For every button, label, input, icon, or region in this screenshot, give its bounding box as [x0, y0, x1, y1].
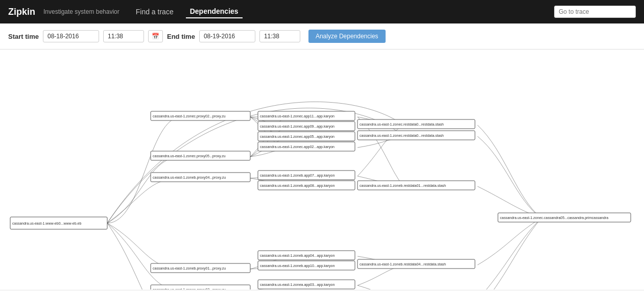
node-proxy02: cassandra.us-east-1.zonec.proxy05...prox… [151, 151, 250, 160]
edge-rest02-cass [478, 136, 541, 218]
find-trace-link[interactable]: Find a trace [132, 6, 178, 18]
node-app01: cassandra.us-east-1.zonec.app11...app.ka… [258, 111, 355, 120]
edge-web-proxy06 [107, 223, 181, 289]
analyze-dependencies-button[interactable]: Analyze Dependencies [308, 30, 386, 43]
edge-rest04-cass [478, 218, 541, 265]
node-rest01: cassandra.us-east-1.zonec.restdata0...re… [357, 119, 475, 129]
node-app02: cassandra.us-east-1.zonec.app09...app.ka… [258, 122, 355, 131]
node-app05: cassandra.us-east-1.zoneb.app07...app.ka… [258, 171, 355, 180]
node-proxy05: cassandra.us-east-1.zonea.proxy03...prox… [151, 285, 250, 289]
svg-text:cassandra.us-east-1.zonec.prox: cassandra.us-east-1.zonec.proxy05...prox… [153, 154, 226, 158]
calendar-icon-button[interactable]: 📅 [148, 30, 163, 42]
start-time-label: Start time [8, 33, 39, 40]
edge-rest01-cass [478, 125, 541, 218]
svg-text:cassandra.us-east-1.zonec.prox: cassandra.us-east-1.zonec.proxy02...prox… [153, 114, 226, 118]
graph-container: cassandra.us-east-1.www-eb0...www-eb.eb … [0, 50, 644, 289]
node-cassandra: cassandra.us-east-1.zonec.cassandra05...… [498, 213, 631, 222]
node-rest03: cassandra.us-east-1.zoneb.restdata01...r… [357, 181, 475, 190]
start-date-input[interactable] [43, 30, 99, 42]
node-rest04: cassandra.us-east-1.zoneb.restdata04...r… [357, 259, 475, 269]
node-app03: cassandra.us-east-1.zonec.app05...app.ka… [258, 132, 355, 141]
svg-text:cassandra.us-east-1.zoneb.app0: cassandra.us-east-1.zoneb.app04...app.ka… [260, 254, 335, 258]
node-app09: cassandra.us-east-1.zonea.app03...app.ka… [258, 280, 355, 289]
end-date-input[interactable] [199, 30, 255, 42]
svg-text:cassandra.us-east-1.zonec.app1: cassandra.us-east-1.zonec.app11...app.ka… [260, 114, 335, 118]
navbar: Zipkin Investigate system behavior Find … [0, 0, 644, 23]
svg-text:cassandra.us-east-1.zonec.app0: cassandra.us-east-1.zonec.app09...app.ka… [260, 125, 335, 129]
node-app04: cassandra.us-east-1.zonec.app02...app.ka… [258, 142, 355, 151]
svg-text:cassandra.us-east-1.zoneb.prox: cassandra.us-east-1.zoneb.proxy01...prox… [153, 266, 226, 271]
node-proxy03: cassandra.us-east-1.zoneb.proxy04...prox… [151, 173, 250, 182]
edge-rest06-cass [478, 218, 541, 289]
svg-text:cassandra.us-east-1.zonec.rest: cassandra.us-east-1.zonec.restdata0...re… [360, 134, 444, 137]
dependencies-tab[interactable]: Dependencies [186, 5, 243, 18]
brand-logo: Zipkin [8, 7, 35, 17]
svg-text:cassandra.us-east-1.zonea.prox: cassandra.us-east-1.zonea.proxy03...prox… [153, 288, 226, 289]
node-app08: cassandra.us-east-1.zoneb.app10...app.ka… [258, 261, 355, 270]
tagline: Investigate system behavior [43, 8, 120, 15]
dependency-graph-svg: cassandra.us-east-1.www-eb0...www-eb.eb … [0, 50, 644, 289]
start-time-input[interactable] [103, 30, 144, 42]
svg-text:cassandra.us-east-1.zoneb.prox: cassandra.us-east-1.zoneb.proxy04...prox… [153, 176, 226, 180]
toolbar: Start time 📅 End time Analyze Dependenci… [0, 23, 644, 50]
edge-app09-rest05 [357, 285, 403, 289]
svg-text:cassandra.us-east-1.zoneb.app1: cassandra.us-east-1.zoneb.app10...app.ka… [260, 264, 335, 268]
svg-text:cassandra.us-east-1.zoneb.rest: cassandra.us-east-1.zoneb.restdata01...r… [360, 184, 446, 187]
edge-rest05-cass [478, 218, 541, 289]
edge-web-proxy02 [107, 157, 181, 223]
end-time-label: End time [167, 33, 195, 40]
svg-text:cassandra.us-east-1.zonec.rest: cassandra.us-east-1.zonec.restdata0...re… [360, 123, 444, 126]
node-proxy04: cassandra.us-east-1.zoneb.proxy01...prox… [151, 263, 250, 273]
node-app07: cassandra.us-east-1.zoneb.app04...app.ka… [258, 251, 355, 260]
node-rest02: cassandra.us-east-1.zonec.restdata0...re… [357, 131, 475, 140]
node-app06: cassandra.us-east-1.zoneb.app08...app.ka… [258, 181, 355, 190]
svg-text:cassandra.us-east-1.zoneb.rest: cassandra.us-east-1.zoneb.restdata04...r… [360, 262, 446, 266]
svg-text:cassandra.us-east-1.www-eb0...: cassandra.us-east-1.www-eb0...www-eb.eb [12, 222, 81, 225]
edge-web-proxy03 [107, 178, 181, 223]
svg-text:cassandra.us-east-1.zoneb.app0: cassandra.us-east-1.zoneb.app07...app.ka… [260, 174, 335, 178]
svg-text:cassandra.us-east-1.zonec.app0: cassandra.us-east-1.zonec.app05...app.ka… [260, 135, 335, 139]
node-proxy01: cassandra.us-east-1.zonec.proxy02...prox… [151, 111, 250, 120]
edge-web-proxy05 [107, 223, 181, 289]
edge-web-proxy04 [107, 223, 181, 269]
svg-text:cassandra.us-east-1.zonea.app0: cassandra.us-east-1.zonea.app03...app.ka… [260, 283, 335, 287]
end-time-input[interactable] [259, 30, 300, 42]
dependency-graph-area: cassandra.us-east-1.www-eb0...www-eb.eb … [0, 50, 644, 289]
svg-text:cassandra.us-east-1.zoneb.app0: cassandra.us-east-1.zoneb.app08...app.ka… [260, 184, 335, 188]
svg-text:cassandra.us-east-1.zonec.app0: cassandra.us-east-1.zonec.app02...app.ka… [260, 145, 335, 149]
go-to-trace-input[interactable] [554, 6, 636, 18]
node-web: cassandra.us-east-1.www-eb0...www-eb.eb [10, 217, 107, 229]
svg-text:cassandra.us-east-1.zonec.cass: cassandra.us-east-1.zonec.cassandra05...… [500, 216, 608, 220]
